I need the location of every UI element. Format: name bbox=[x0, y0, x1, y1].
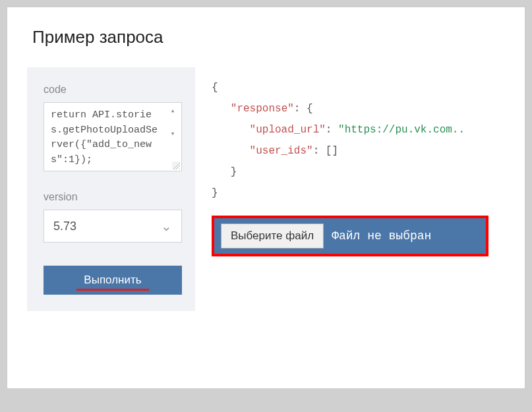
scroll-up-icon[interactable]: ▴ bbox=[167, 105, 179, 117]
version-label: version bbox=[44, 191, 182, 203]
scroll-controls: ▴ ▾ bbox=[167, 105, 179, 139]
page-title: Пример запроса bbox=[27, 27, 525, 47]
code-field-group: code return API.stories.getPhotoUploadSe… bbox=[44, 84, 182, 171]
json-line: "user_ids": [] bbox=[212, 140, 525, 162]
scroll-down-icon[interactable]: ▾ bbox=[167, 129, 179, 140]
file-status-text: Файл не выбран bbox=[332, 224, 431, 248]
page-wrapper: Пример запроса code return API.stories.g… bbox=[7, 7, 525, 389]
execute-button[interactable]: Выполнить bbox=[44, 266, 182, 295]
version-select[interactable]: 5.73 ⌄ bbox=[44, 210, 182, 243]
json-line: "upload_url": "https://pu.vk.com.. bbox=[212, 119, 525, 140]
panels: code return API.stories.getPhotoUploadSe… bbox=[27, 67, 525, 311]
json-line: } bbox=[212, 183, 525, 204]
resize-handle-icon[interactable] bbox=[172, 162, 180, 169]
response-panel: { "response": { "upload_url": "https://p… bbox=[212, 67, 525, 311]
response-json: { "response": { "upload_url": "https://p… bbox=[212, 77, 525, 204]
json-line: "response": { bbox=[212, 98, 525, 119]
file-input-row: Выберите файл Файл не выбран bbox=[212, 216, 488, 256]
code-label: code bbox=[44, 84, 182, 96]
version-value: 5.73 bbox=[53, 220, 76, 233]
json-line: } bbox=[212, 162, 525, 183]
code-content: return API.stories.getPhotoUploadServer(… bbox=[51, 108, 163, 167]
execute-button-label: Выполнить bbox=[84, 274, 141, 286]
json-line: { bbox=[212, 77, 525, 98]
code-textarea[interactable]: return API.stories.getPhotoUploadServer(… bbox=[44, 102, 182, 171]
choose-file-button[interactable]: Выберите файл bbox=[221, 223, 324, 249]
request-form-panel: code return API.stories.getPhotoUploadSe… bbox=[27, 67, 195, 311]
red-underline bbox=[76, 289, 149, 291]
chevron-down-icon: ⌄ bbox=[161, 218, 172, 234]
version-field-group: version 5.73 ⌄ bbox=[44, 191, 182, 243]
